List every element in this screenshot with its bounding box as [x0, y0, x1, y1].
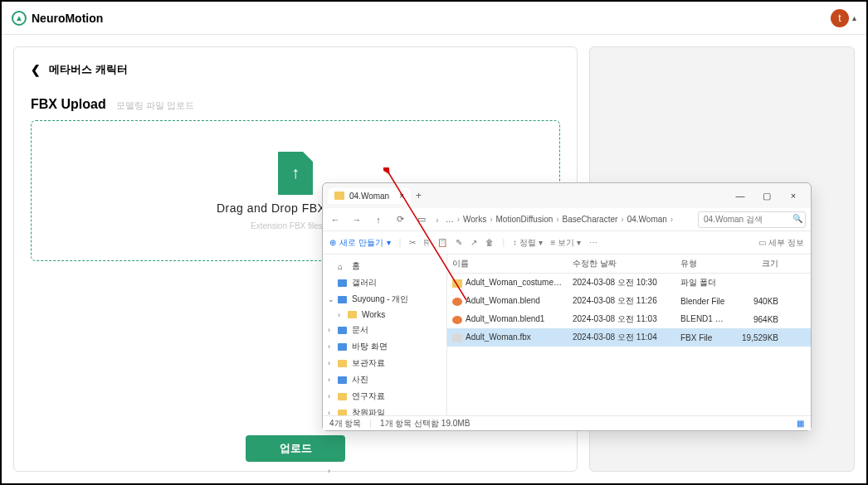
expand-icon[interactable]: › [328, 392, 330, 400]
chevron-right-icon: › [490, 215, 492, 224]
file-row[interactable]: Adult_Woman.blend12024-03-08 오전 11:03BLE… [447, 310, 811, 328]
search-input[interactable] [698, 211, 806, 228]
breadcrumb[interactable]: …›Works›MotionDiffusion›BaseCharacter›04… [446, 215, 691, 224]
breadcrumb-item[interactable]: 04.Woman [627, 215, 667, 224]
search-icon: 🔍 [792, 214, 802, 223]
blue-icon [338, 327, 347, 334]
sidebar-item[interactable]: ⌄Suyoung - 개인 [323, 291, 446, 308]
back-label: 메타버스 캐릭터 [49, 62, 128, 77]
minimize-button[interactable]: — [728, 187, 753, 204]
chevron-left-icon[interactable]: ❮ [31, 63, 41, 76]
delete-icon[interactable]: 🗑 [485, 238, 494, 247]
topbar: ▲ NeuroMotion t ▴ [2, 2, 866, 35]
explorer-statusbar: 4개 항목 | 1개 항목 선택함 19.0MB ▦ [323, 415, 811, 430]
blue-icon [338, 279, 347, 287]
explorer-file-list: 이름 수정한 날짜 유형 크기 Adult_Woman_costume_0020… [447, 255, 811, 415]
view-mode-icon[interactable]: ▦ [797, 419, 804, 428]
explorer-sidebar: ⌂홈갤러리⌄Suyoung - 개인›Works›문서›바탕 화면›보관자료›사… [323, 255, 447, 415]
nav-home-icon[interactable]: ▭ [414, 214, 429, 225]
close-tab-icon[interactable]: × [399, 192, 404, 201]
fbx-icon [452, 334, 462, 342]
expand-icon[interactable]: › [328, 326, 330, 334]
breadcrumb-item[interactable]: BaseCharacter [563, 215, 618, 224]
status-selected: 1개 항목 선택함 19.0MB [380, 418, 470, 429]
copy-icon[interactable]: ⎘ [424, 238, 429, 247]
col-type[interactable]: 유형 [675, 255, 734, 273]
cut-icon[interactable]: ✂ [409, 238, 416, 247]
chevron-right-icon: › [671, 215, 673, 224]
blend-icon [452, 298, 462, 306]
expand-icon[interactable]: ⌄ [328, 295, 334, 303]
nav-back-icon[interactable]: ← [328, 215, 343, 225]
explorer-tab[interactable]: 04.Woman × [328, 188, 411, 204]
yellow-icon [338, 360, 347, 367]
share-icon[interactable]: ↗ [471, 238, 477, 247]
view-button[interactable]: ≡ 보기 ▾ [551, 237, 581, 249]
blend-icon [452, 316, 462, 324]
sidebar-item[interactable]: ›사진 [323, 371, 446, 388]
paste-icon[interactable]: 📋 [437, 238, 447, 247]
chevron-right-icon: › [556, 215, 558, 224]
yellow-icon [338, 410, 347, 416]
rename-icon[interactable]: ✎ [456, 238, 462, 247]
explorer-actions-toolbar: ⊕ 새로 만들기 ▾ | ✂ ⎘ 📋 ✎ ↗ 🗑 | ↕ 정렬 ▾ ≡ 보기 ▾… [323, 231, 811, 255]
brand-logo-icon: ▲ [12, 11, 27, 26]
breadcrumb-item[interactable]: Works [463, 215, 486, 224]
chevron-right-icon: › [457, 215, 460, 224]
new-tab-button[interactable]: + [416, 190, 422, 201]
breadcrumb-item[interactable]: … [446, 215, 454, 224]
nav-refresh-icon[interactable]: ⟳ [393, 214, 407, 225]
file-row[interactable]: Adult_Woman.blend2024-03-08 오전 11:26Blen… [447, 292, 811, 310]
nav-forward-icon[interactable]: → [349, 215, 364, 225]
explorer-titlebar[interactable]: 04.Woman × + — ▢ × [323, 183, 811, 208]
file-upload-icon: ↑ [278, 152, 313, 195]
sidebar-item[interactable]: ›Works [323, 308, 446, 322]
blue-icon [338, 296, 347, 303]
user-menu[interactable]: t ▴ [831, 9, 856, 27]
chevron-right-icon: › [621, 215, 623, 224]
col-size[interactable]: 크기 [734, 255, 783, 273]
breadcrumb-item[interactable]: MotionDiffusion [496, 215, 553, 224]
brand: ▲ NeuroMotion [12, 11, 103, 26]
expand-icon[interactable]: › [328, 359, 330, 367]
new-button[interactable]: ⊕ 새로 만들기 ▾ [329, 237, 391, 249]
home-icon: ⌂ [338, 262, 347, 271]
file-explorer-window: 04.Woman × + — ▢ × ← → ↑ ⟳ ▭ › …›Works›M… [322, 182, 812, 431]
brand-text: NeuroMotion [32, 12, 103, 25]
yellow-icon [338, 393, 347, 400]
sidebar-item[interactable]: ›문서 [323, 322, 446, 338]
file-row[interactable]: Adult_Woman.fbx2024-03-08 오전 11:04FBX Fi… [447, 328, 811, 347]
file-row[interactable]: Adult_Woman_costume_002024-03-08 오전 10:3… [447, 274, 811, 292]
expand-icon[interactable]: › [338, 311, 340, 319]
sidebar-item[interactable]: ›연구자료 [323, 388, 446, 405]
blue-icon [338, 376, 347, 384]
details-pane-button[interactable]: ▭ 세부 정보 [758, 237, 804, 249]
sort-button[interactable]: ↕ 정렬 ▾ [513, 237, 543, 249]
sidebar-item[interactable]: ›창원파일 [323, 405, 446, 415]
more-icon[interactable]: ⋯ [589, 238, 597, 247]
sidebar-item[interactable]: ›바탕 화면 [323, 338, 446, 355]
caret-down-icon: ▴ [852, 13, 856, 22]
yellow-icon [348, 311, 357, 318]
expand-icon[interactable]: › [328, 409, 330, 415]
section-subtitle: 모델링 파일 업로드 [116, 100, 194, 110]
folder-icon [334, 192, 344, 200]
avatar: t [831, 9, 849, 27]
sidebar-item[interactable]: 갤러리 [323, 274, 446, 291]
expand-icon[interactable]: › [328, 376, 330, 384]
nav-up-icon[interactable]: ↑ [371, 215, 386, 225]
col-name[interactable]: 이름 [447, 255, 568, 273]
maximize-button[interactable]: ▢ [754, 187, 779, 204]
col-date[interactable]: 수정한 날짜 [568, 255, 675, 273]
expand-icon[interactable]: › [328, 342, 330, 351]
sidebar-item[interactable]: ›보관자료 [323, 355, 446, 371]
list-header: 이름 수정한 날짜 유형 크기 [447, 255, 811, 274]
folder-icon [452, 279, 462, 288]
sidebar-item[interactable]: ⌂홈 [323, 258, 446, 274]
close-button[interactable]: × [781, 187, 806, 204]
blue-icon [338, 343, 347, 351]
back-row[interactable]: ❮ 메타버스 캐릭터 [31, 62, 560, 77]
section-title: FBX Upload 모델링 파일 업로드 [31, 97, 560, 112]
status-count: 4개 항목 [329, 418, 361, 429]
upload-button[interactable]: 업로드 [246, 435, 345, 462]
